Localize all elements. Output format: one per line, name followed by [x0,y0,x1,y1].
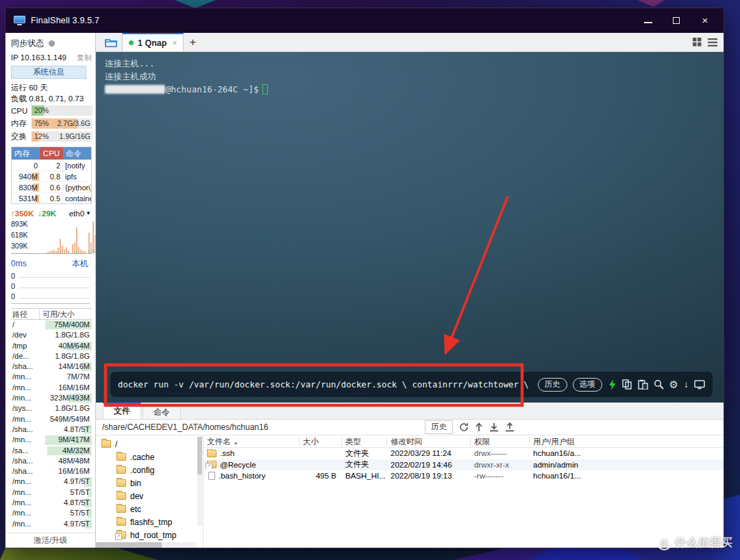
traffic-bar [80,220,82,253]
folder-icon [105,38,118,48]
upload-icon[interactable] [505,422,515,432]
file-row[interactable]: .bash_history 495 B BASH_HI... 2022/08/1… [204,470,724,482]
terminal-cursor [262,84,268,94]
folder-icon [116,466,126,474]
tree-vertical-scrollbar[interactable] [197,437,202,526]
bolt-icon[interactable] [608,379,617,390]
gear-icon[interactable]: ⚙ [669,379,678,390]
tree-item[interactable]: .cache [96,450,203,463]
disk-row[interactable]: /mn... 4.9T/5T [11,519,92,529]
menu-icon[interactable] [708,38,717,47]
tree-item[interactable]: bin [96,476,203,489]
options-button[interactable]: 选项 [573,378,602,392]
disk-row[interactable]: /mn... 9M/417M [11,435,92,445]
path-history-button[interactable]: 历史 [425,420,453,434]
interface-selector[interactable]: eth0▼ [69,209,91,218]
column-header-mtime[interactable]: 修改时间 [387,437,471,446]
tab-files[interactable]: 文件 [103,403,141,419]
process-header-cmd[interactable]: 命令 [63,147,91,160]
traffic-bar [41,220,42,253]
ping-header: 0ms 本机 [11,257,88,270]
history-button[interactable]: 历史 [538,378,567,392]
grid-view-icon[interactable] [693,38,702,47]
copy-ip-button[interactable]: 复制 [77,53,92,63]
process-row[interactable]: 830M 0.6 {python} [12,181,91,192]
paste-icon[interactable] [638,379,648,390]
file-row[interactable]: @Recycle 文件夹 2022/02/19 14:46 drwxr-xr-x… [204,459,724,471]
disk-header-path[interactable]: 路径 [11,309,40,319]
disk-row[interactable]: /mn... 323M/493M [11,393,92,403]
tab-commands[interactable]: 命令 [143,405,181,419]
disk-row[interactable]: /sha... 48M/48M [11,456,92,466]
tree-item[interactable]: dev [96,489,203,502]
terminal-area[interactable]: 连接主机... 连接主机成功 @hchuan16-264C ~]$ docker… [96,52,724,403]
disk-header-size[interactable]: 可用/大小 [40,309,92,319]
process-row[interactable]: 0 2 [notify [12,160,91,170]
prompt-text: @hchuan16-264C ~]$ [166,84,258,94]
disk-row[interactable]: /sha... 4.8T/5T [11,424,92,435]
disk-row[interactable]: /tmp 40M/64M [11,341,92,351]
disk-row[interactable]: /de... 1.8G/1.8G [11,351,92,361]
traffic-bar [43,220,45,253]
tree-root[interactable]: / [96,437,203,450]
refresh-icon[interactable] [459,422,469,432]
monitor-icon[interactable] [694,380,705,390]
maximize-button[interactable] [673,17,680,24]
tree-item[interactable]: flashfs_tmp [96,516,203,529]
search-icon[interactable] [654,379,664,390]
traffic-bar [56,220,57,253]
column-header-type[interactable]: 类型 [342,437,387,446]
disk-row[interactable]: /mn... 4.9T/5T [11,476,92,487]
disk-row[interactable]: /mn... 5T/5T [11,508,92,518]
close-button[interactable]: × [700,16,710,25]
column-header-perm[interactable]: 权限 [471,437,530,446]
disk-row[interactable]: /dev 1.8G/1.8G [11,330,92,340]
command-input-text[interactable]: docker run -v /var/run/docker.sock:/var/… [118,380,531,390]
activate-upgrade-button[interactable]: 激活/升级 [5,533,95,548]
network-traffic-chart: 893K 618K 309K [11,220,92,254]
column-header-owner[interactable]: 用户/用户组 [530,437,724,446]
disk-row[interactable]: /mn... 549M/549M [11,414,92,424]
desktop-decoration [175,0,216,8]
process-header-mem[interactable]: 内存 [12,147,40,160]
disk-row[interactable]: /sha... 14M/16M [11,361,92,372]
disk-row[interactable]: /mn... 5T/5T [11,487,92,498]
file-type-icon [208,472,215,480]
disk-row[interactable]: /sys... 1.8G/1.8G [11,403,92,413]
disk-row[interactable]: / 75M/400M [11,320,92,330]
download-arrow-icon[interactable]: ↓ [684,379,689,390]
tree-horizontal-scrollbar[interactable] [96,542,197,548]
tree-item[interactable]: hd_root_tmp [96,529,203,542]
tree-item[interactable]: .config [96,463,203,476]
command-input-bar[interactable]: docker run -v /var/run/docker.sock:/var/… [110,372,713,397]
minimize-button[interactable] [644,18,652,23]
copy-icon[interactable] [622,379,632,390]
traffic-bar [66,220,67,253]
download-icon[interactable] [489,422,499,432]
tab-close-icon[interactable]: × [172,38,177,48]
disk-row[interactable]: /sa... 4M/32M [11,446,92,456]
file-panel: 文件 命令 /share/CACHEDEV1_DATA/homes/hchuan… [96,403,724,548]
column-header-name[interactable]: 文件名▲ [204,437,299,446]
ping-row: 0 [11,290,90,301]
system-info-button[interactable]: 系统信息 [11,66,86,79]
disk-row[interactable]: /sha... 16M/16M [11,466,92,476]
process-row[interactable]: 531M 0.5 containe [12,192,91,203]
disk-row[interactable]: /mn... 7M/7M [11,372,92,382]
connection-manager-button[interactable] [100,34,122,51]
traffic-bar [84,220,86,253]
sync-status-label: 同步状态 [11,38,44,49]
up-directory-icon[interactable] [475,422,483,432]
ping-host-label[interactable]: 本机 [72,258,88,270]
tree-item[interactable]: etc [96,502,203,516]
tab-qnap[interactable]: 1 Qnap × [122,33,184,51]
file-row[interactable]: .ssh 文件夹 2022/03/29 11:24 drwx------ hch… [204,448,724,459]
new-tab-button[interactable]: + [184,36,201,49]
process-header-cpu[interactable]: CPU [40,147,63,160]
column-header-size[interactable]: 大小 [299,437,342,446]
disk-row[interactable]: /mn... 4.8T/5T [11,498,92,508]
process-row[interactable]: 940M 0.8 ipfs [12,170,91,181]
path-input[interactable]: /share/CACHEDEV1_DATA/homes/hchuan16 [102,422,419,432]
disk-row[interactable]: /mn... 16M/16M [11,383,92,393]
title-bar: FinalShell 3.9.5.7 × [5,8,724,33]
